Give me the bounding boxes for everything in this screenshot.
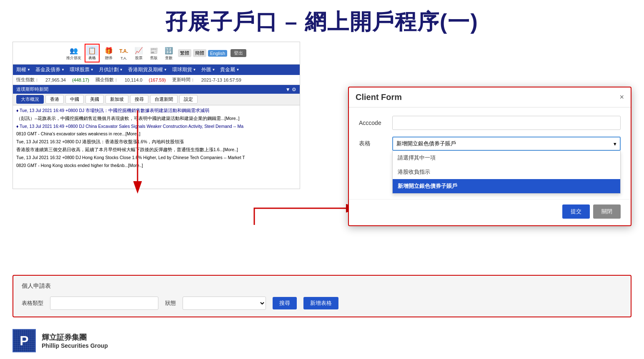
news-item-5: Tue, 13 Jul 2021 16:32 +0800 DJ 港股快訊：香港股… [16,138,296,145]
news-tab-us[interactable]: 美國 [85,95,104,104]
news-tab-overview[interactable]: 大市概況 [16,95,44,104]
hsi-label: 恆生指數： [16,77,39,83]
toolbar: 👥 推介朋友 📋 表格 🎁 贈券 T.A. T.A. 📈 股票 📰 舊版 [13,42,300,65]
news-tabs: 大市概況 香港 中國 美國 新加坡 搜尋 自選新聞 設定 [13,94,300,105]
news-tab-hk[interactable]: 香港 [45,95,64,104]
cni-change: (167.59) [149,77,166,82]
logo-letter: P [20,333,28,349]
lang-traditional[interactable]: 繁體 [178,49,191,57]
toolbar-icon-form[interactable]: 📋 表格 [85,44,100,62]
page-title: 孖展子戶口 – 網上開戶程序(一) [0,0,644,42]
biaoge-selected-value: 新增開立銀色債券子賬戶 [396,140,456,147]
form-close-button[interactable]: 關閉 [593,204,621,219]
update-label: 更新時間： [172,77,195,83]
toolbar-icon-query[interactable]: 🔢 查數 [163,45,175,61]
news-item-6: 香港股市連續第三個交易日收高，延續了本月早些時候大幅下跌後的反彈趨勢，普通恆生指… [16,146,296,153]
new-form-button[interactable]: 新增表格 [303,297,338,309]
nav-item-monthly-plan[interactable]: 月供計劃 [99,66,123,73]
red-arrow-down [129,110,146,194]
toolbar-icon-coupon[interactable]: 🎁 贈券 [103,45,115,61]
client-form-close-button[interactable]: × [619,93,624,102]
bottom-section-title: 個人申請表 [22,282,622,290]
news-item-3: ♦ Tue, 13 Jul 2021 16:49 +0800 DJ China … [16,123,296,130]
logout-button[interactable]: 登出 [231,49,246,57]
nav-bar: 期權 基金及債券 環球股票 月供計劃 香港期貨及期權 環球期貨 外匯 貴金屬 [13,65,300,75]
trading-platform-panel: 👥 推介朋友 📋 表格 🎁 贈券 T.A. T.A. 📈 股票 📰 舊版 [13,42,300,189]
bottom-form-row: 表格類型 狀態 搜尋 新增表格 [22,297,622,310]
submit-button[interactable]: 提交 [562,204,590,219]
toolbar-icon-ta[interactable]: T.A. T.A. [118,46,130,60]
news-item-4: 0810 GMT - China's excavator sales weakn… [16,130,296,137]
biaoge-type-label: 表格類型 [22,299,43,307]
biaoge-row: 表格 新增開立銀色債券子賬戶 ▾ 請選擇其中一項 港股收負指示 新增開立銀色債券… [359,137,621,151]
news-item-7: Tue, 13 Jul 2021 16:32 +0800 DJ Hong Kon… [16,154,296,161]
company-name-en: Phillip Securities Group [42,342,108,349]
news-tab-custom[interactable]: 自選新聞 [150,95,178,104]
footer-area: P 輝立証券集團 Phillip Securities Group [13,329,108,352]
client-form-footer: 提交 關閉 [349,199,631,225]
company-name-area: 輝立証券集團 Phillip Securities Group [42,332,108,349]
news-tab-search[interactable]: 搜尋 [130,95,148,104]
client-form-dialog: Client Form × Acccode 表格 新增開立銀色債券子賬戶 ▾ [348,87,631,226]
news-source-label: 道璞斯即時新聞 [16,86,48,92]
biaoge-label: 表格 [359,140,392,147]
acccode-label: Acccode [359,120,392,126]
bottom-section: 個人申請表 表格類型 狀態 搜尋 新增表格 [13,275,631,317]
dropdown-item-silver[interactable]: 新增開立銀色債券子賬戶 [393,179,620,193]
toolbar-icon-introducer[interactable]: 👥 推介朋友 [66,45,81,61]
client-form-header: Client Form × [349,87,631,107]
company-name-zh: 輝立証券集團 [42,332,108,342]
hsi-value: 27,965.34 [45,77,66,82]
nav-item-global-futures[interactable]: 環球期貨 [172,66,196,73]
lang-english[interactable]: English [208,50,227,57]
news-controls[interactable]: ▼ ⚙ [286,87,296,92]
nav-item-funds[interactable]: 基金及債券 [35,66,65,73]
news-item-8: 0820 GMT - Hong Kong stocks ended higher… [16,162,296,169]
nav-item-options[interactable]: 期權 [16,66,30,73]
biaoge-dropdown: 請選擇其中一項 港股收負指示 新增開立銀色債券子賬戶 [392,151,621,194]
nav-item-hk-futures[interactable]: 香港期貨及期權 [128,66,167,73]
dropdown-item-hk[interactable]: 港股收負指示 [393,165,620,179]
acccode-input[interactable] [392,116,621,130]
hsi-change: (448.17) [72,77,89,82]
news-header: 道璞斯即時新聞 ▼ ⚙ [13,85,300,94]
status-label: 狀態 [165,299,176,307]
news-item-1: ♦ Tue, 13 Jul 2021 16:49 +0800 DJ 市場快訊：中… [16,107,296,114]
dropdown-item-placeholder[interactable]: 請選擇其中一項 [393,151,620,165]
toolbar-icon-oldver[interactable]: 📰 舊版 [148,45,160,61]
market-info-bar: 恆生指數： 27,965.34 (448.17) 國企指數： 10,114.0 … [13,75,300,85]
news-tab-sg[interactable]: 新加坡 [105,95,128,104]
nav-item-gold[interactable]: 貴金屬 [220,66,239,73]
language-selector[interactable]: 繁體 簡體 English [178,49,227,57]
nav-item-global-stocks[interactable]: 環球股票 [70,66,94,73]
acccode-row: Acccode [359,116,621,130]
cni-value: 10,114.0 [125,77,143,82]
chevron-down-icon: ▾ [614,141,616,147]
nav-item-fx[interactable]: 外匯 [201,66,216,73]
lang-simplified[interactable]: 簡體 [193,49,206,57]
news-tab-china[interactable]: 中國 [65,95,84,104]
news-item-2: （彭訊）--花旗表示，中國挖掘機銷售近幾個月表現疲軟，可表明中國的建築活動和建築… [16,115,296,122]
client-form-body: Acccode 表格 新增開立銀色債券子賬戶 ▾ 請選擇其中一項 港股收負指示 … [349,107,631,166]
news-tab-settings[interactable]: 設定 [179,95,198,104]
toolbar-icon-stock[interactable]: 📈 股票 [133,45,145,61]
status-select[interactable] [183,297,266,310]
client-form-title: Client Form [356,92,402,102]
biaoge-select-display[interactable]: 新增開立銀色債券子賬戶 ▾ [392,137,621,151]
update-time: 2021-7-13 16:57:59 [201,77,241,82]
cni-label: 國企指數： [95,77,118,83]
red-arrow-right [250,204,358,229]
biaoge-type-input[interactable] [50,297,158,310]
company-logo: P [13,329,36,352]
news-content: ♦ Tue, 13 Jul 2021 16:49 +0800 DJ 市場快訊：中… [13,105,300,189]
biaoge-select-wrapper: 新增開立銀色債券子賬戶 ▾ 請選擇其中一項 港股收負指示 新增開立銀色債券子賬戶 [392,137,621,151]
search-button[interactable]: 搜尋 [273,297,297,309]
